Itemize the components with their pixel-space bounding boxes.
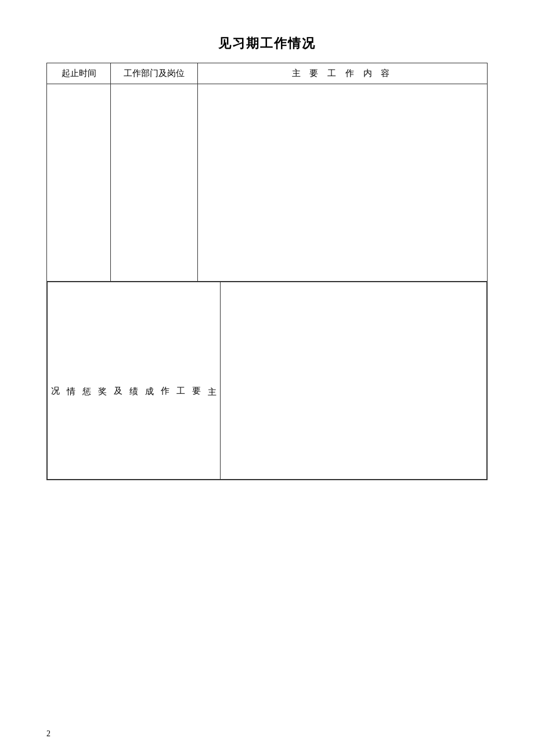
header-col-dept: 工作部门及岗位 xyxy=(111,63,198,84)
header-col-time: 起止时间 xyxy=(47,63,111,84)
page-title: 见习期工作情况 xyxy=(46,35,488,52)
data-cell-content xyxy=(198,84,488,282)
table-data-row xyxy=(47,84,488,282)
page-number: 2 xyxy=(46,729,50,739)
data-cell-time xyxy=(47,84,111,282)
main-table: 起止时间 工作部门及岗位 主 要 工 作 内 容 主要工作成绩及奖惩情况 xyxy=(46,63,488,480)
bottom-inner-table: 主要工作成绩及奖惩情况 xyxy=(47,282,487,480)
header-col-content: 主 要 工 作 内 容 xyxy=(198,63,488,84)
page: 见习期工作情况 起止时间 工作部门及岗位 主 要 工 作 内 容 xyxy=(0,0,534,756)
bottom-label-cell: 主要工作成绩及奖惩情况 xyxy=(48,282,221,480)
bottom-section: 主要工作成绩及奖惩情况 xyxy=(47,282,488,480)
bottom-inner-row: 主要工作成绩及奖惩情况 xyxy=(48,282,487,480)
bottom-content-cell xyxy=(221,282,487,480)
table-header-row: 起止时间 工作部门及岗位 主 要 工 作 内 容 xyxy=(47,63,488,84)
bottom-vertical-label: 主要工作成绩及奖惩情况 xyxy=(51,380,217,382)
table-bottom-row: 主要工作成绩及奖惩情况 xyxy=(47,282,488,480)
data-cell-dept xyxy=(111,84,198,282)
